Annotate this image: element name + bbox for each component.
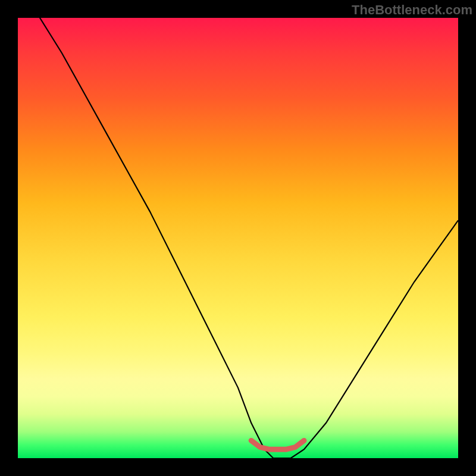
bottleneck-curve-path xyxy=(18,18,458,458)
chart-svg xyxy=(18,18,458,458)
watermark-text: TheBottleneck.com xyxy=(352,2,472,18)
flat-marker-path xyxy=(251,440,304,449)
chart-plot-area xyxy=(18,18,458,458)
